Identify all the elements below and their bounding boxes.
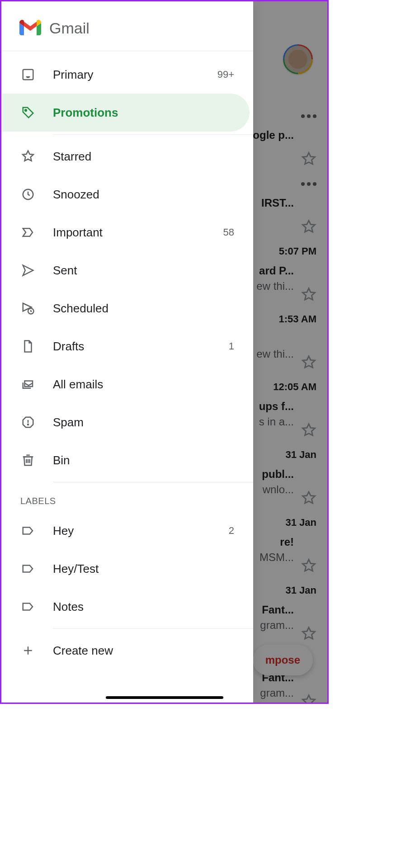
nav-label: Scheduled — [53, 302, 234, 316]
email-time: 31 Jan — [286, 449, 317, 461]
label-item-hey[interactable]: Hey2 — [1, 512, 250, 550]
spam-icon — [21, 415, 35, 429]
star-icon[interactable] — [301, 491, 316, 508]
home-indicator — [106, 696, 223, 699]
scheduled-icon — [21, 302, 35, 315]
email-subject: IRST... — [261, 197, 294, 209]
email-time: 31 Jan — [286, 517, 317, 528]
email-subject: ups f... — [259, 400, 294, 413]
nav-item-scheduled[interactable]: Scheduled — [1, 289, 250, 327]
stack-icon — [21, 377, 35, 391]
plus-icon — [21, 644, 35, 657]
email-time: 31 Jan — [286, 585, 317, 596]
label-item-heytest[interactable]: Hey/Test — [1, 550, 250, 588]
nav-label: Drafts — [53, 340, 229, 354]
nav-item-snoozed[interactable]: Snoozed — [1, 175, 250, 213]
nav-item-drafts[interactable]: Drafts1 — [1, 327, 250, 365]
label-icon — [21, 600, 35, 613]
email-subject: Fant... — [262, 604, 294, 616]
account-avatar[interactable] — [283, 44, 313, 74]
app-title: Gmail — [49, 19, 90, 37]
email-subject: ogle p... — [253, 129, 294, 142]
nav-label: Important — [53, 226, 223, 240]
nav-label: Snoozed — [53, 188, 234, 202]
nav-label: Bin — [53, 453, 234, 467]
star-icon[interactable] — [301, 355, 316, 372]
label-name: Hey/Test — [53, 562, 234, 576]
star-icon[interactable] — [301, 423, 316, 440]
compose-button[interactable]: mpose — [253, 645, 313, 675]
svg-point-5 — [28, 424, 28, 425]
clock-icon — [21, 188, 35, 201]
nav-item-primary[interactable]: Primary99+ — [1, 56, 250, 94]
gmail-logo-icon — [19, 20, 41, 37]
navigation-drawer: Gmail Primary99+PromotionsStarredSnoozed… — [1, 1, 253, 703]
nav-item-bin[interactable]: Bin — [1, 441, 250, 479]
tag-icon — [21, 106, 35, 119]
create-new-label[interactable]: Create new — [1, 632, 253, 670]
compose-label: mpose — [265, 654, 300, 666]
nav-item-spam[interactable]: Spam — [1, 403, 250, 441]
star-icon — [21, 150, 35, 163]
nav-label: Primary — [53, 68, 217, 82]
divider — [53, 628, 253, 629]
email-snippet: gram... — [260, 619, 294, 632]
email-snippet: MSM... — [259, 551, 294, 564]
email-snippet: ew thi... — [256, 348, 294, 360]
email-time: 1:53 AM — [278, 313, 316, 325]
label-name: Notes — [53, 600, 234, 614]
star-icon[interactable] — [301, 626, 316, 643]
label-count: 2 — [229, 525, 234, 537]
star-icon[interactable] — [301, 219, 316, 236]
email-snippet: wnlo... — [263, 483, 294, 496]
important-icon — [21, 226, 35, 239]
nav-label: All emails — [53, 377, 234, 392]
nav-item-all[interactable]: All emails — [1, 365, 250, 403]
drawer-header: Gmail — [1, 1, 253, 51]
labels-section-header: LABELS — [1, 485, 253, 512]
nav-item-important[interactable]: Important58 — [1, 213, 250, 251]
email-time: 5:07 PM — [279, 245, 316, 257]
label-icon — [21, 562, 35, 576]
more-icon[interactable] — [301, 114, 316, 118]
nav-item-sent[interactable]: Sent — [1, 251, 250, 289]
trash-icon — [21, 453, 35, 467]
file-icon — [21, 340, 35, 353]
label-name: Hey — [53, 524, 229, 538]
more-icon[interactable] — [301, 182, 316, 186]
svg-rect-0 — [23, 70, 33, 80]
email-time: 12:05 AM — [273, 381, 316, 393]
inbox-icon — [21, 68, 35, 81]
email-snippet: ew thi... — [256, 280, 294, 292]
email-snippet: s in a... — [259, 415, 294, 428]
divider — [53, 482, 253, 482]
email-snippet: gram... — [260, 687, 294, 699]
svg-point-1 — [25, 109, 27, 111]
email-subject: publ... — [262, 468, 294, 481]
star-icon[interactable] — [301, 287, 316, 304]
star-icon[interactable] — [301, 558, 316, 576]
email-subject: re! — [280, 536, 294, 548]
nav-count: 1 — [229, 340, 234, 352]
nav-item-promotions[interactable]: Promotions — [1, 94, 250, 132]
nav-label: Starred — [53, 150, 234, 164]
nav-label: Sent — [53, 264, 234, 278]
nav-count: 58 — [223, 226, 234, 238]
label-item-notes[interactable]: Notes — [1, 588, 250, 626]
nav-scroll[interactable]: Primary99+PromotionsStarredSnoozedImport… — [1, 51, 253, 703]
star-icon[interactable] — [301, 694, 316, 704]
label-icon — [21, 524, 35, 538]
nav-item-starred[interactable]: Starred — [1, 137, 250, 175]
nav-count: 99+ — [217, 69, 234, 80]
divider — [53, 134, 253, 135]
nav-label: Spam — [53, 415, 234, 429]
send-icon — [21, 264, 35, 277]
nav-label: Promotions — [53, 106, 234, 120]
create-new-text: Create new — [53, 644, 113, 658]
star-icon[interactable] — [301, 151, 316, 169]
email-subject: ard P... — [259, 264, 294, 277]
